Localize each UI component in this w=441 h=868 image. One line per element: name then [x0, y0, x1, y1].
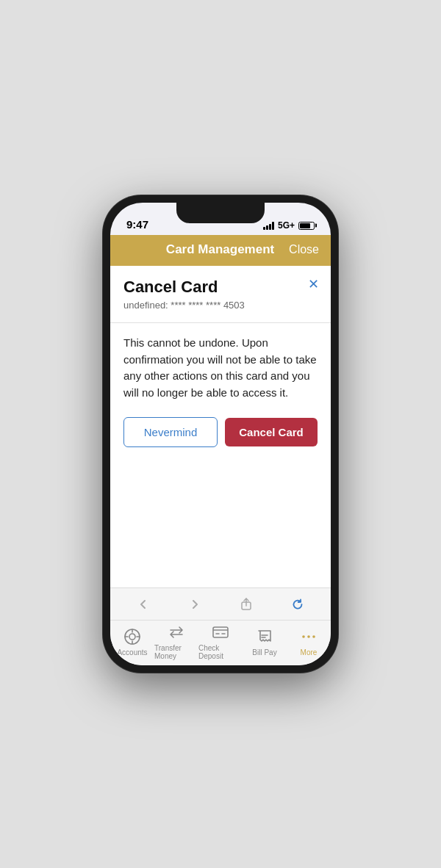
nevermind-button[interactable]: Nevermind [123, 417, 218, 447]
battery-fill [300, 223, 310, 228]
tab-transfer-label: Transfer Money [154, 644, 198, 660]
cancel-card-button[interactable]: Cancel Card [225, 418, 318, 446]
network-type: 5G+ [278, 220, 295, 231]
more-icon [299, 627, 318, 646]
tab-bar: Accounts Transfer Money [110, 620, 331, 665]
tab-bill-pay-label: Bill Pay [252, 648, 276, 657]
modal-close-x-button[interactable]: ✕ [308, 276, 319, 292]
browser-share-button[interactable] [236, 594, 257, 615]
phone-notch [176, 203, 265, 223]
svg-point-4 [302, 635, 305, 638]
tab-more[interactable]: More [287, 627, 331, 657]
phone-frame: 9:47 5G+ Card Management Close [103, 195, 338, 673]
transfer-icon [167, 623, 186, 642]
modal-actions: Nevermind Cancel Card [123, 417, 318, 447]
modal-divider [110, 322, 331, 323]
browser-forward-button[interactable] [184, 594, 205, 615]
main-content: ✕ Cancel Card undefined: **** **** **** … [110, 266, 331, 587]
check-deposit-icon [211, 623, 230, 642]
svg-rect-3 [213, 627, 228, 637]
accounts-icon [123, 627, 142, 646]
modal-title: Cancel Card [123, 278, 318, 297]
svg-point-6 [312, 635, 315, 638]
tab-transfer-money[interactable]: Transfer Money [154, 623, 198, 660]
phone-screen: 9:47 5G+ Card Management Close [110, 203, 331, 665]
modal-body-text: This cannot be undone. Upon confirmation… [123, 335, 318, 401]
tab-accounts-label: Accounts [117, 648, 147, 657]
tab-check-deposit-label: Check Deposit [198, 644, 243, 660]
status-time: 9:47 [126, 218, 148, 231]
modal-subtitle: undefined: **** **** **** 4503 [123, 300, 318, 311]
status-icons: 5G+ [263, 220, 315, 231]
browser-nav-bar [110, 587, 331, 620]
app-header: Card Management Close [110, 235, 331, 266]
tab-accounts[interactable]: Accounts [110, 627, 154, 657]
browser-refresh-button[interactable] [287, 594, 308, 615]
bill-pay-icon [255, 627, 274, 646]
battery-icon [298, 222, 315, 230]
svg-point-2 [129, 634, 135, 640]
tab-more-label: More [301, 648, 318, 657]
signal-icon [263, 221, 274, 230]
header-close-button[interactable]: Close [289, 243, 319, 256]
cancel-card-modal: ✕ Cancel Card undefined: **** **** **** … [110, 266, 331, 462]
tab-bill-pay[interactable]: Bill Pay [243, 627, 287, 657]
tab-check-deposit[interactable]: Check Deposit [198, 623, 243, 660]
browser-back-button[interactable] [133, 594, 154, 615]
svg-point-5 [307, 635, 310, 638]
header-title: Card Management [151, 242, 289, 257]
